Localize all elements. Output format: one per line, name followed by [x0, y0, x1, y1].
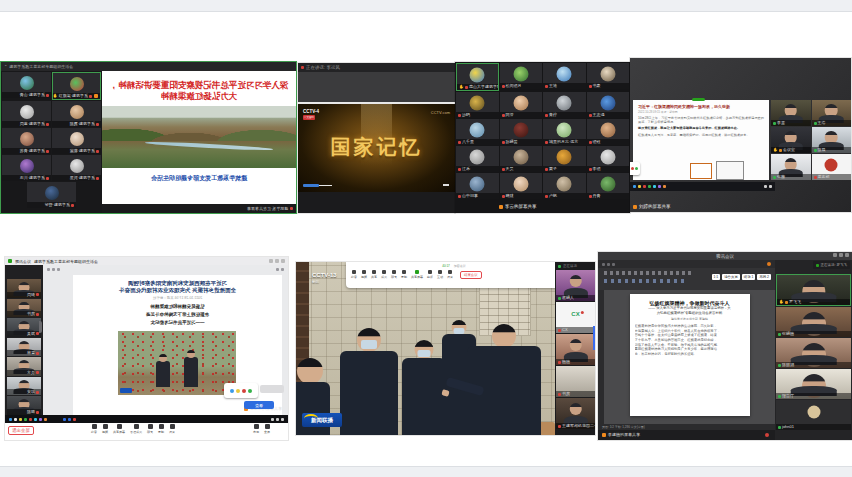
- taskbar-app-icon[interactable]: [643, 185, 646, 188]
- participant-tile[interactable]: 八千里: [456, 119, 499, 145]
- word-ribbon[interactable]: 1:1适合页宽缩放 1布局 2: [598, 268, 775, 290]
- taskbar-tray-icon[interactable]: [764, 185, 767, 188]
- participant-tile[interactable]: 周蓝·建筑学系: [2, 101, 51, 127]
- ribbon-button[interactable]: 适合页宽: [722, 274, 740, 280]
- participant-tile[interactable]: 望舒·建筑学系: [27, 182, 76, 208]
- participant-tile[interactable]: 李明: [587, 146, 630, 172]
- participant-tile[interactable]: 陈露·建筑学系: [52, 101, 101, 127]
- toolbar-button[interactable]: 录制: [401, 270, 407, 279]
- participant-tile[interactable]: 青山·建筑学系: [2, 72, 51, 98]
- participant-tile[interactable]: ✋ 鹿山大学建筑学院: [456, 63, 499, 91]
- toolbar-button[interactable]: 布局: [253, 424, 259, 434]
- participant-tile[interactable]: 栗子: [543, 146, 586, 172]
- participant-tile[interactable]: 吴斌: [7, 318, 41, 337]
- participant-tile[interactable]: 山中旧事: [456, 173, 499, 199]
- participant-tile[interactable]: 卢帆: [543, 173, 586, 199]
- participant-tile[interactable]: 孙晓笛: [500, 119, 543, 145]
- word-titlebar[interactable]: [598, 260, 775, 268]
- participant-tile[interactable]: 张薇: [771, 154, 811, 180]
- participant-tile[interactable]: ✋ 会议室: [771, 127, 811, 153]
- taskbar-app-icon[interactable]: [648, 185, 651, 188]
- toolbar-button[interactable]: 共享屏幕: [411, 270, 423, 279]
- toolbar-button[interactable]: 录制: [158, 424, 164, 434]
- participant-tile[interactable]: 明钰: [587, 119, 630, 145]
- progress-pill[interactable]: [303, 184, 319, 187]
- ribbon-button[interactable]: 1:1: [712, 274, 721, 280]
- participant-tile[interactable]: CX CX: [556, 302, 595, 333]
- toolbar-button[interactable]: 管理成员: [130, 424, 142, 434]
- exit-fullscreen-button[interactable]: 退出全屏: [8, 426, 34, 435]
- toolbar-button[interactable]: 静音: [351, 270, 357, 279]
- participant-tile[interactable]: 紫藤·建筑学系: [52, 128, 101, 154]
- participant-tile[interactable]: 王浩: [812, 100, 852, 126]
- window-titlebar[interactable]: 腾讯会议: [598, 252, 852, 260]
- toolbar-button[interactable]: 视频: [102, 424, 108, 434]
- video-frame[interactable]: CCTV-4 中文国际 CCTV.com 国家记忆: [298, 104, 455, 192]
- window-controls[interactable]: [833, 253, 849, 257]
- participant-tile[interactable]: 天昊: [500, 146, 543, 172]
- participant-tile[interactable]: john01: [776, 400, 851, 430]
- participant-tile[interactable]: 安琪: [7, 377, 41, 396]
- toolbar-button[interactable]: 聊天: [147, 424, 153, 434]
- participant-tile[interactable]: 沙鸥: [456, 92, 499, 118]
- participant-tile[interactable]: 苏青·建筑学系: [2, 128, 51, 154]
- taskbar-app-icon[interactable]: [653, 185, 656, 188]
- participant-tile[interactable]: 陈璐: [7, 396, 41, 415]
- participant-tile[interactable]: 方舟: [7, 357, 41, 376]
- participant-tile[interactable]: 阿澄: [500, 92, 543, 118]
- participant-tile[interactable]: 书豪: [587, 63, 630, 89]
- toolbar-button[interactable]: 共享: [371, 270, 377, 279]
- toolbar-button[interactable]: 互动: [437, 270, 443, 279]
- participant-tile[interactable]: 楠楠: [556, 334, 595, 365]
- toolbar-button[interactable]: 设置: [447, 270, 453, 279]
- toolbar-button[interactable]: 全屏: [264, 424, 270, 434]
- toolbar-button[interactable]: 聊天: [391, 270, 397, 279]
- mini-window-thumbnail[interactable]: [716, 161, 744, 180]
- collapse-icon[interactable]: ⌃: [4, 64, 7, 69]
- sticker-popup[interactable]: [224, 383, 258, 398]
- document-page[interactable]: 弘扬红旗渠精神，争做新时代奋斗人 ——“深入学习习近平总书记视察安阳重要讲话精神…: [630, 294, 750, 416]
- participant-tile[interactable]: 林雪: [7, 338, 41, 357]
- participant-tile[interactable]: 书房: [7, 299, 41, 318]
- end-meeting-button[interactable]: 结束会议: [460, 271, 482, 279]
- toolbar-button[interactable]: 设置: [169, 424, 175, 434]
- participant-tile[interactable]: 松间明月: [500, 63, 543, 89]
- popup-action-button[interactable]: 查看: [244, 401, 274, 409]
- participant-tile[interactable]: 书房: [556, 366, 595, 397]
- taskbar-app-icon[interactable]: [633, 185, 636, 188]
- participant-tile[interactable]: 石川·建筑学系: [2, 155, 51, 181]
- participant-tile[interactable]: 星河·建筑学系: [52, 155, 101, 181]
- toolbar-button[interactable]: 静音: [91, 424, 97, 434]
- participant-tile[interactable]: ✋ 红旗渠·建筑学系: [52, 72, 101, 100]
- participant-tile[interactable]: 丹青: [587, 173, 630, 199]
- window-controls[interactable]: [269, 259, 285, 263]
- windows-taskbar[interactable]: [5, 415, 288, 423]
- participant-tile[interactable]: 王建军相机花园二十五: [556, 398, 595, 429]
- taskbar-tray-icon[interactable]: [769, 185, 772, 188]
- toolbar-button[interactable]: 视频: [361, 270, 367, 279]
- strip-collapse-handle[interactable]: [39, 321, 42, 333]
- participant-tile[interactable]: 周琦: [7, 279, 41, 298]
- participant-tile[interactable]: 张晓楠: [776, 307, 851, 337]
- toolbar-button[interactable]: 共享屏幕: [113, 424, 125, 434]
- participant-tile[interactable]: ✋ 罗飞飞: [776, 274, 851, 306]
- notification-popup[interactable]: [630, 162, 640, 175]
- participant-tile[interactable]: 城里的月光·远方: [543, 119, 586, 145]
- toolbar-button[interactable]: 成员: [381, 270, 387, 279]
- taskbar-app-icon[interactable]: [638, 185, 641, 188]
- ribbon-button[interactable]: 缩放 1: [742, 274, 756, 280]
- participant-tile[interactable]: 蒋晓人: [556, 270, 595, 301]
- browser-toolbar[interactable]: [43, 265, 288, 274]
- taskbar-app-icon[interactable]: [663, 185, 666, 188]
- toolbar-button[interactable]: 白板: [427, 270, 433, 279]
- participant-tile[interactable]: 报告厅: [776, 369, 851, 399]
- taskbar-app-icon[interactable]: [658, 185, 661, 188]
- ribbon-button[interactable]: 布局 2: [757, 274, 771, 280]
- participant-tile[interactable]: 陈晨: [812, 127, 852, 153]
- participant-tile[interactable]: 李雯: [771, 100, 811, 126]
- participant-tile[interactable]: 江禾: [456, 146, 499, 172]
- scrollbar-thumb[interactable]: [593, 326, 595, 350]
- participant-tile[interactable]: 党支部: [812, 154, 852, 180]
- mini-window-thumbnail[interactable]: [690, 163, 712, 179]
- participant-tile[interactable]: 糖球: [500, 173, 543, 199]
